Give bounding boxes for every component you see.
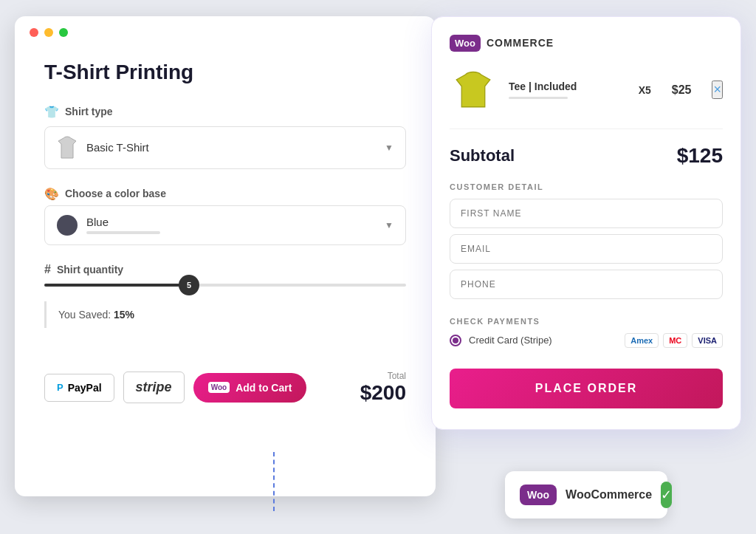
woo-bottom-badge: Woo WooCommerce ✓: [505, 471, 667, 518]
add-to-cart-button[interactable]: Woo Add to Cart: [193, 373, 307, 403]
quantity-slider-container[interactable]: 5: [44, 284, 406, 287]
savings-box: You Saved: 15%: [44, 301, 406, 328]
color-base-dropdown[interactable]: Blue ▼: [44, 205, 406, 245]
subtotal-amount: $125: [677, 144, 723, 168]
payment-option-label: Credit Card (Stripe): [469, 335, 617, 346]
color-base-value: Blue: [86, 216, 109, 228]
customer-detail-section: CUSTOMER DETAIL: [450, 182, 723, 305]
radio-button[interactable]: [450, 335, 461, 346]
right-panel: Woo Commerce Tee | Included X5 $25 × Sub…: [431, 16, 741, 430]
shirt-type-section-label: 👕 Shirt type: [44, 105, 406, 119]
check-payments-title: CHECK PAYMENTS: [450, 317, 723, 326]
remove-item-button[interactable]: ×: [712, 81, 723, 99]
savings-label: You Saved:: [58, 309, 111, 321]
color-base-section-label: 🎨 Choose a color base: [44, 187, 406, 201]
maximize-dot[interactable]: [59, 28, 68, 37]
page-title: T-Shirt Printing: [44, 61, 406, 84]
total-amount: $200: [360, 381, 406, 405]
woo-logo-badge: Woo: [450, 35, 481, 52]
hash-icon: #: [44, 263, 51, 276]
first-name-input[interactable]: [450, 199, 723, 228]
color-base-label: Choose a color base: [65, 188, 166, 199]
quantity-label: Shirt quantity: [57, 264, 123, 275]
minimize-dot[interactable]: [44, 28, 53, 37]
palette-icon: 🎨: [44, 187, 59, 201]
add-to-cart-label: Add to Cart: [236, 382, 292, 394]
chevron-down-icon: ▼: [385, 143, 394, 153]
color-swatch: [57, 215, 78, 236]
shirt-thumb-icon: [57, 136, 78, 160]
stripe-label: stripe: [136, 380, 172, 395]
connector-line: [273, 452, 275, 511]
check-badge: ✓: [661, 482, 672, 508]
phone-input[interactable]: [450, 270, 723, 299]
woo-commerce-text: Commerce: [487, 37, 554, 49]
shirt-type-dropdown[interactable]: Basic T-Shirt ▼: [44, 126, 406, 169]
shirt-type-value: Basic T-Shirt: [86, 141, 149, 154]
check-payments-section: CHECK PAYMENTS Credit Card (Stripe) Amex…: [450, 317, 723, 348]
color-slider-bar: [86, 231, 160, 234]
shirt-type-label: Shirt type: [65, 106, 113, 117]
slider-value: 5: [187, 281, 191, 290]
left-panel: T-Shirt Printing 👕 Shirt type Basic T-Sh…: [15, 16, 436, 496]
subtotal-row: Subtotal $125: [450, 144, 723, 168]
total-section: Total $200: [360, 371, 406, 405]
chevron-down-icon: ▼: [385, 220, 394, 230]
cart-item-qty: X5: [639, 84, 651, 96]
cart-item-bar: [509, 97, 568, 99]
shirt-icon: 👕: [44, 105, 59, 119]
payment-option-credit-card[interactable]: Credit Card (Stripe) Amex MC VISA: [450, 333, 723, 348]
radio-inner: [453, 338, 458, 343]
tshirt-image: [450, 66, 497, 114]
bottom-bar: P PayPal stripe Woo Add to Cart Total $2…: [15, 371, 436, 405]
paypal-label: PayPal: [68, 382, 102, 394]
stripe-button[interactable]: stripe: [123, 372, 185, 403]
tshirt-icon: [453, 69, 494, 111]
total-label: Total: [360, 371, 406, 381]
woo-icon: Woo: [208, 382, 230, 393]
slider-thumb[interactable]: 5: [179, 275, 199, 295]
paypal-button[interactable]: P PayPal: [44, 374, 114, 402]
visa-icon: VISA: [692, 333, 723, 348]
email-input[interactable]: [450, 234, 723, 264]
check-mark-icon: ✓: [661, 487, 672, 503]
window-titlebar: [15, 16, 436, 46]
woo-bottom-logo: Woo: [520, 485, 557, 505]
subtotal-label: Subtotal: [450, 146, 515, 165]
card-icons: Amex MC VISA: [625, 333, 723, 348]
paypal-icon: P: [57, 382, 63, 393]
quantity-section-label: # Shirt quantity: [44, 263, 406, 276]
mastercard-icon: MC: [663, 333, 687, 348]
slider-track: [44, 284, 406, 287]
cart-item-info: Tee | Included: [509, 81, 618, 99]
cart-item: Tee | Included X5 $25 ×: [450, 66, 723, 129]
woo-header: Woo Commerce: [450, 35, 723, 52]
cart-item-name: Tee | Included: [509, 81, 618, 92]
savings-value: 15%: [114, 309, 134, 321]
place-order-button[interactable]: PLACE ORDER: [450, 369, 723, 408]
cart-item-price: $25: [672, 83, 692, 97]
close-dot[interactable]: [30, 28, 38, 37]
amex-icon: Amex: [625, 333, 659, 348]
customer-detail-title: CUSTOMER DETAIL: [450, 182, 723, 191]
woo-bottom-text: WooCommerce: [566, 488, 652, 502]
slider-fill: [44, 284, 189, 287]
